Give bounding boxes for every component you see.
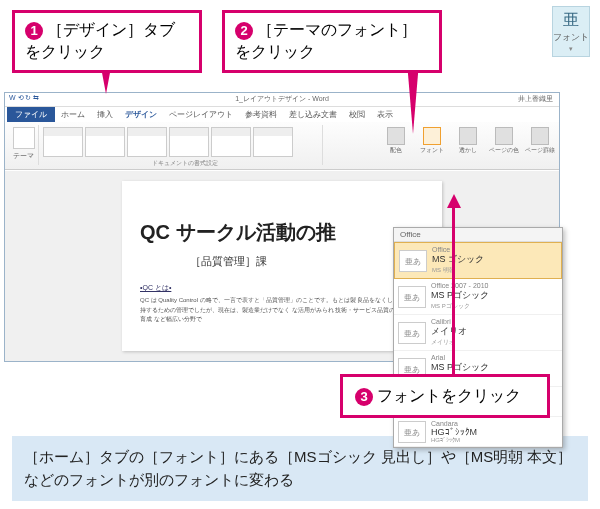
- theme-label: テーマ: [9, 151, 38, 161]
- ribbon: テーマ ドキュメントの書式設定 配色 フォント 透かし ページの色 ページ罫線: [5, 122, 559, 170]
- tab-references[interactable]: 参考資料: [239, 109, 283, 120]
- font-thumb-icon: 亜あ: [398, 286, 426, 308]
- ribbon-watermark-button[interactable]: 透かし: [453, 127, 483, 155]
- font-glyph-icon: 亜: [553, 10, 589, 31]
- ribbon-group-label-format: ドキュメントの書式設定: [152, 159, 218, 168]
- font-thumb-icon: 亜あ: [398, 322, 426, 344]
- style-thumb[interactable]: [169, 127, 209, 157]
- arrow-3-head: [447, 194, 461, 208]
- ribbon-border-button[interactable]: ページ罫線: [525, 127, 555, 155]
- style-thumb[interactable]: [85, 127, 125, 157]
- style-thumb[interactable]: [211, 127, 251, 157]
- doc-subtitle: ［品質管理］課: [190, 254, 424, 269]
- pagecolor-icon: [495, 127, 513, 145]
- tab-design[interactable]: デザイン: [119, 109, 163, 120]
- callout-3: 3フォントをクリック: [340, 374, 550, 418]
- doc-heading: QC サークル活動の推: [140, 219, 424, 246]
- border-icon: [531, 127, 549, 145]
- word-app-window: W ⟲ ↻ ⇆ 1_レイアウトデザイン - Word 井上香織里 ファイル ホー…: [4, 92, 560, 362]
- theme-icon: [13, 127, 35, 149]
- user-name: 井上香織里: [518, 94, 553, 104]
- chevron-down-icon: ▾: [553, 45, 589, 53]
- callout-2-text: ［テーマのフォント］をクリック: [235, 21, 417, 60]
- font-option[interactable]: 亜あ Calibri メイリオ メイリオ: [394, 315, 562, 351]
- arrow-3-line: [452, 200, 455, 376]
- ribbon-font-button-large[interactable]: 亜 フォント ▾: [552, 6, 590, 57]
- titlebar: W ⟲ ↻ ⇆ 1_レイアウトデザイン - Word 井上香織里: [5, 93, 559, 107]
- tab-page-layout[interactable]: ページレイアウト: [163, 109, 239, 120]
- callout-3-text: フォントをクリック: [377, 387, 521, 404]
- font-option-selected[interactable]: 亜あ Office MS ゴシック MS 明朝: [394, 242, 562, 279]
- callout-1: 1［デザイン］タブをクリック: [12, 10, 202, 73]
- tab-insert[interactable]: 挿入: [91, 109, 119, 120]
- fonts-icon: [423, 127, 441, 145]
- ribbon-themes-group[interactable]: テーマ: [9, 125, 39, 165]
- watermark-icon: [459, 127, 477, 145]
- tab-home[interactable]: ホーム: [55, 109, 91, 120]
- font-panel-header: Office: [394, 228, 562, 242]
- colors-icon: [387, 127, 405, 145]
- tab-review[interactable]: 校閲: [343, 109, 371, 120]
- callout-1-text: ［デザイン］タブをクリック: [25, 21, 175, 60]
- callout-2-number: 2: [235, 22, 253, 40]
- ribbon-pagecolor-button[interactable]: ページの色: [489, 127, 519, 155]
- tab-view[interactable]: 表示: [371, 109, 399, 120]
- quick-access-toolbar[interactable]: W ⟲ ↻ ⇆: [9, 94, 39, 102]
- callout-1-number: 1: [25, 22, 43, 40]
- ribbon-right-group: 配色 フォント 透かし ページの色 ページ罫線: [355, 125, 555, 165]
- doc-section: •QC とは•: [140, 283, 424, 293]
- tab-mailings[interactable]: 差し込み文書: [283, 109, 343, 120]
- doc-body: QC は Quality Control の略で、一言で表すと「品質管理」のこと…: [140, 296, 424, 325]
- ribbon-tabs: ファイル ホーム 挿入 デザイン ページレイアウト 参考資料 差し込み文書 校閲…: [5, 107, 559, 122]
- window-title: 1_レイアウトデザイン - Word: [235, 94, 329, 104]
- font-thumb-icon: 亜あ: [399, 250, 427, 272]
- explanation-text: ［ホーム］タブの［フォント］にある［MSゴシック 見出し］や［MS明朝 本文］な…: [24, 448, 572, 488]
- callout-3-number: 3: [355, 388, 373, 406]
- arrow-2: [407, 62, 419, 134]
- font-button-label: フォント: [553, 32, 589, 42]
- style-thumb[interactable]: [43, 127, 83, 157]
- ribbon-fonts-button[interactable]: フォント: [417, 127, 447, 155]
- style-thumb[interactable]: [253, 127, 293, 157]
- style-thumb[interactable]: [127, 127, 167, 157]
- font-option[interactable]: 亜あ Office 2007 - 2010 MS Pゴシック MS Pゴシック: [394, 279, 562, 315]
- font-option-text: Office MS ゴシック MS 明朝: [432, 246, 557, 275]
- callout-2: 2［テーマのフォント］をクリック: [222, 10, 442, 73]
- font-option[interactable]: 亜あ Candara HGｺﾞｼｯｸM HGｺﾞｼｯｸM: [394, 417, 562, 447]
- tab-file[interactable]: ファイル: [7, 107, 55, 122]
- font-thumb-icon: 亜あ: [398, 421, 426, 443]
